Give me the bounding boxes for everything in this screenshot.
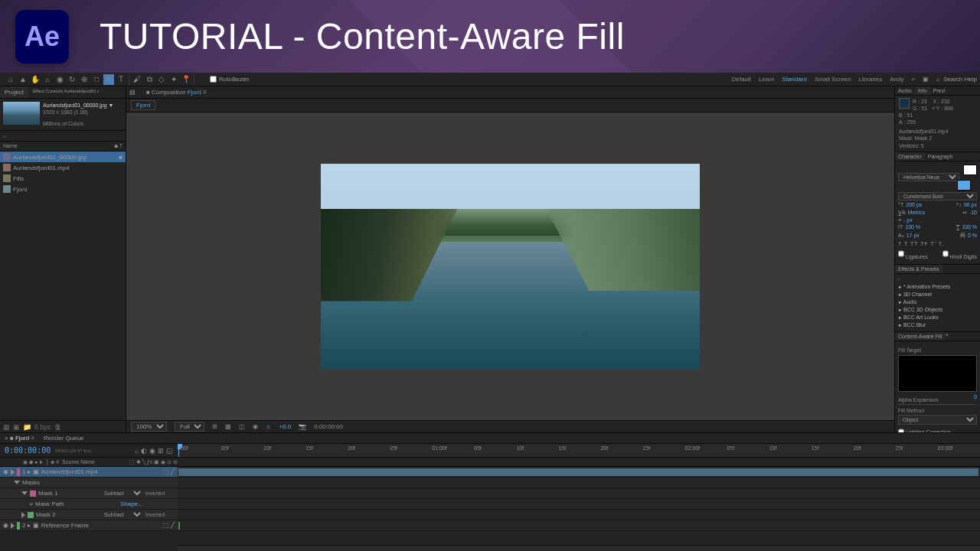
blur-icon[interactable]: ◉ — [149, 447, 155, 455]
rect-tool[interactable]: □ — [91, 74, 102, 85]
timeline-ruler[interactable]: :00f05f10f 15f20f25f 01:00f05f10f 15f20f… — [178, 444, 980, 457]
asset-mp4[interactable]: Aurlandsfjord01.mp4 — [0, 162, 126, 173]
banner-title: TUTORIAL - Content-Aware Fill — [100, 15, 625, 57]
new-bin-icon[interactable]: ▦ — [3, 423, 10, 431]
mask-2[interactable]: Mask 2 Subtract Inverted — [0, 510, 980, 520]
info-panel: R : 23 X : 232 G : 51 + Y : 898 B : 51 A… — [895, 96, 980, 152]
anchor-tool[interactable]: ⊕ — [79, 74, 90, 85]
search-icon[interactable]: ⌕ — [135, 447, 139, 455]
main-toolbar: ⌂ ▲ ✋ ⌕ ◉ ↻ ⊕ □ ✎ T 🖌 ⧉ ◇ ✦ 📍 RotoBezier… — [0, 73, 980, 86]
zoom-select[interactable]: 100% — [131, 422, 167, 432]
shy-icon[interactable]: ◐ — [141, 447, 147, 455]
text-style-buttons[interactable]: T T TT Tᴛ T' T, — [898, 241, 977, 247]
color-swatch — [899, 98, 910, 109]
ws-small[interactable]: Small Screen — [815, 76, 851, 83]
channel-icon[interactable]: ◉ — [253, 423, 258, 430]
viewer-time[interactable]: 0:00:00:00 — [314, 423, 343, 430]
mask-path[interactable]: ⟡Mask Path Shape... — [0, 499, 980, 510]
selection-tool[interactable]: ▲ — [18, 74, 28, 85]
ep-search[interactable]: ⌕ — [897, 276, 978, 282]
layer-1-bar[interactable] — [178, 468, 978, 476]
layer-panel-icon[interactable]: ▤ — [129, 89, 136, 96]
new-folder-icon[interactable]: 📁 — [23, 423, 31, 431]
ae-logo: Ae — [15, 10, 69, 64]
playhead[interactable] — [178, 444, 179, 457]
tab-character[interactable]: Character — [895, 152, 925, 161]
trash-icon[interactable]: 🗑 — [54, 423, 61, 431]
ref-frame-marker[interactable] — [178, 522, 180, 530]
layer-1-video[interactable]: ◉1▸ ▣Aurlandsfjord01.mp4⬚ ╱ — [0, 467, 980, 478]
viewer-controls: 100% Full ⊞ ▦ ◫ ◉ ☼ +0.0 📷 0:00:00:00 — [126, 420, 894, 432]
pen-tool[interactable]: ✎ — [103, 74, 114, 85]
fill-method-select[interactable]: Object — [898, 415, 977, 425]
snapshot-icon[interactable]: 📷 — [299, 423, 306, 430]
exposure-icon[interactable]: ☼ — [266, 423, 271, 430]
roto-tool[interactable]: ✦ — [168, 74, 179, 85]
lighting-checkbox[interactable]: Lighting Correction — [898, 427, 977, 432]
tab-audio[interactable]: Audio — [895, 86, 915, 95]
draft-icon[interactable]: ◱ — [166, 447, 173, 455]
tab-info[interactable]: Info — [915, 86, 930, 95]
eraser-tool[interactable]: ◇ — [156, 74, 167, 85]
rotate-tool[interactable]: ↻ — [67, 74, 77, 85]
tab-caf[interactable]: Content-Aware Fill — [895, 332, 945, 341]
ws-standard[interactable]: Standard — [782, 76, 807, 83]
zoom-tool[interactable]: ⌕ — [42, 74, 53, 85]
clone-tool[interactable]: ⧉ — [144, 74, 155, 85]
masks-group[interactable]: Masks — [0, 478, 980, 488]
tab-project[interactable]: Project — [0, 86, 28, 98]
help-search[interactable]: ⌕ Search Help — [936, 76, 977, 83]
stroke-swatch[interactable] — [957, 180, 971, 191]
timeline-panel: × ■ Fjord ≡ Render Queue 0:00:00:00 0000… — [0, 433, 980, 551]
rotobezier-checkbox[interactable]: RotoBezier — [210, 76, 250, 83]
character-panel: Helvetica Neue Condensed Bold ᵀT200 pxᴬ↕… — [895, 161, 980, 265]
grid-icon[interactable]: ⊞ — [212, 423, 217, 430]
tab-paragraph[interactable]: Paragraph — [925, 152, 956, 161]
fill-swatch[interactable] — [963, 165, 977, 175]
mask-1[interactable]: Mask 1 Subtract Inverted — [0, 488, 980, 499]
graph-icon[interactable]: ⊞ — [158, 447, 164, 455]
workspace-switcher: Default Learn Standard Small Screen Libr… — [732, 76, 929, 83]
selected-asset-name: Aurlandsfjord01_00000.jpg ▼ — [43, 102, 114, 109]
ws-more[interactable]: » — [912, 76, 915, 83]
ws-learn[interactable]: Learn — [759, 76, 774, 83]
weight-select[interactable]: Condensed Bold — [898, 192, 977, 201]
font-select[interactable]: Helvetica Neue — [898, 173, 959, 181]
pin-tool[interactable]: 📍 — [181, 74, 191, 85]
asset-jpg[interactable]: Aurlandsfjord01_00000.jpg■ — [0, 152, 126, 162]
content-aware-fill-panel: Fill Target Alpha Expansion0 Fill Method… — [895, 341, 980, 432]
home-icon[interactable]: ⌂ — [5, 74, 16, 85]
mask-toggle-icon[interactable]: ▦ — [225, 423, 231, 430]
new-comp-icon[interactable]: ▣ — [13, 423, 20, 431]
timeline-navigator[interactable] — [178, 545, 980, 551]
project-footer: ▦ ▣ 📁 8 bpc 🗑 — [0, 420, 126, 432]
ws-libraries[interactable]: Libraries — [859, 76, 883, 83]
ws-extend-icon[interactable]: ▣ — [923, 76, 929, 83]
asset-colors: Millions of Colors — [43, 120, 114, 127]
tab-preview[interactable]: Previ — [930, 86, 949, 95]
tab-effects-presets[interactable]: Effects & Presets — [895, 265, 942, 273]
search-icon: ⌕ — [936, 76, 940, 83]
ws-default[interactable]: Default — [732, 76, 751, 83]
asset-fjord-comp[interactable]: Fjord — [0, 184, 126, 194]
after-effects-app: ⌂ ▲ ✋ ⌕ ◉ ↻ ⊕ □ ✎ T 🖌 ⧉ ◇ ✦ 📍 RotoBezier… — [0, 73, 980, 551]
tab-render-queue[interactable]: Render Queue — [44, 435, 83, 442]
tab-effect-controls[interactable]: Effect Controls Aurlandsfjord01.r — [28, 86, 103, 98]
tab-composition[interactable]: ■ Composition Fjord ≡ — [142, 87, 211, 97]
layer-2-reference[interactable]: ◉2▸ ▣Reference Frame⬚ ╱ — [0, 520, 980, 531]
timeline-timecode[interactable]: 0:00:00:00 — [5, 446, 51, 455]
asset-fills-folder[interactable]: Fills — [0, 173, 126, 184]
brush-tool[interactable]: 🖌 — [132, 74, 142, 85]
effects-presets-panel: ⌕ ▸ * Animation Presets ▸ 3D Channel ▸ A… — [895, 274, 980, 332]
orbit-tool[interactable]: ◉ — [54, 74, 65, 85]
project-search[interactable]: ⌕ — [0, 131, 126, 142]
region-icon[interactable]: ◫ — [239, 423, 245, 430]
asset-resolution: 1920 x 1080 (1.00) — [43, 109, 114, 116]
viewer-canvas[interactable] — [126, 112, 894, 420]
ws-andy[interactable]: Andy — [890, 76, 903, 83]
hand-tool[interactable]: ✋ — [30, 74, 41, 85]
type-tool[interactable]: T — [116, 74, 126, 85]
quality-select[interactable]: Full — [175, 422, 204, 432]
tutorial-banner: Ae TUTORIAL - Content-Aware Fill — [0, 0, 980, 73]
comp-name-crumb[interactable]: Fjord — [126, 99, 894, 112]
